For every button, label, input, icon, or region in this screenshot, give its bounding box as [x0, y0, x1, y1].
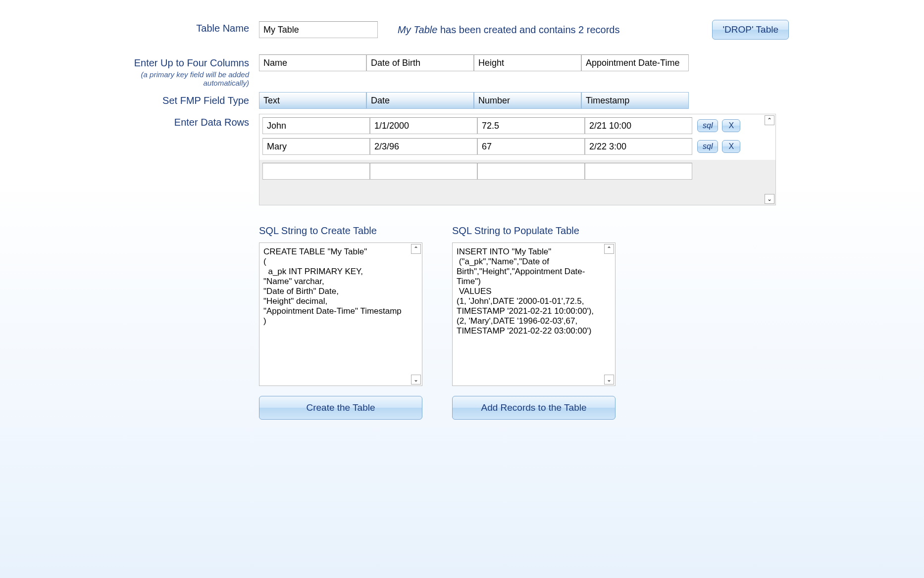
- empty-cell[interactable]: [585, 163, 692, 180]
- data-rows-panel: ⌃ sql X: [259, 114, 776, 205]
- cell-name[interactable]: [262, 138, 370, 155]
- empty-cell[interactable]: [262, 163, 370, 180]
- cell-height[interactable]: [477, 138, 585, 155]
- row-delete-button[interactable]: X: [722, 140, 740, 153]
- row-delete-button[interactable]: X: [722, 119, 740, 132]
- scroll-down-icon[interactable]: ⌄: [765, 194, 774, 204]
- field-type-2[interactable]: Date: [366, 92, 474, 109]
- drop-table-button[interactable]: 'DROP' Table: [712, 20, 789, 40]
- cell-dob[interactable]: [370, 138, 477, 155]
- scroll-down-icon[interactable]: ⌄: [411, 375, 421, 385]
- cell-appointment[interactable]: [585, 117, 692, 134]
- label-enter-columns-main: Enter Up to Four Columns: [134, 57, 249, 68]
- field-type-4[interactable]: Timestamp: [581, 92, 689, 109]
- empty-cell[interactable]: [477, 163, 585, 180]
- status-rest: has been created and contains 2 records: [437, 24, 619, 35]
- sql-populate-heading: SQL String to Populate Table: [452, 225, 616, 237]
- column-name-2[interactable]: [366, 54, 474, 71]
- sql-create-textarea[interactable]: [259, 243, 411, 385]
- status-message: My Table has been created and contains 2…: [398, 24, 619, 36]
- sql-create-heading: SQL String to Create Table: [259, 225, 422, 237]
- cell-appointment[interactable]: [585, 138, 692, 155]
- label-table-name: Table Name: [115, 20, 259, 34]
- status-table-name: My Table: [398, 24, 437, 35]
- label-enter-columns-sub: (a primary key field will be added autom…: [115, 70, 249, 87]
- table-name-input[interactable]: [259, 21, 378, 38]
- column-name-4[interactable]: [581, 54, 689, 71]
- column-name-1[interactable]: [259, 54, 366, 71]
- add-records-button[interactable]: Add Records to the Table: [452, 396, 616, 420]
- scroll-up-icon[interactable]: ⌃: [604, 244, 614, 254]
- create-table-button[interactable]: Create the Table: [259, 396, 422, 420]
- data-row: sql X: [262, 138, 772, 155]
- scroll-up-icon[interactable]: ⌃: [411, 244, 421, 254]
- row-sql-button[interactable]: sql: [697, 119, 718, 132]
- data-row: sql X: [262, 117, 772, 134]
- cell-name[interactable]: [262, 117, 370, 134]
- label-field-type: Set FMP Field Type: [115, 92, 259, 106]
- cell-height[interactable]: [477, 117, 585, 134]
- row-sql-button[interactable]: sql: [697, 140, 718, 153]
- label-data-rows: Enter Data Rows: [115, 114, 259, 128]
- field-type-3[interactable]: Number: [474, 92, 581, 109]
- empty-cell[interactable]: [370, 163, 477, 180]
- scroll-down-icon[interactable]: ⌄: [604, 375, 614, 385]
- empty-data-row: [259, 160, 775, 183]
- cell-dob[interactable]: [370, 117, 477, 134]
- label-enter-columns: Enter Up to Four Columns (a primary key …: [115, 54, 259, 87]
- scroll-up-icon[interactable]: ⌃: [765, 115, 774, 125]
- field-type-1[interactable]: Text: [259, 92, 366, 109]
- column-name-3[interactable]: [474, 54, 581, 71]
- sql-populate-textarea[interactable]: [453, 243, 604, 385]
